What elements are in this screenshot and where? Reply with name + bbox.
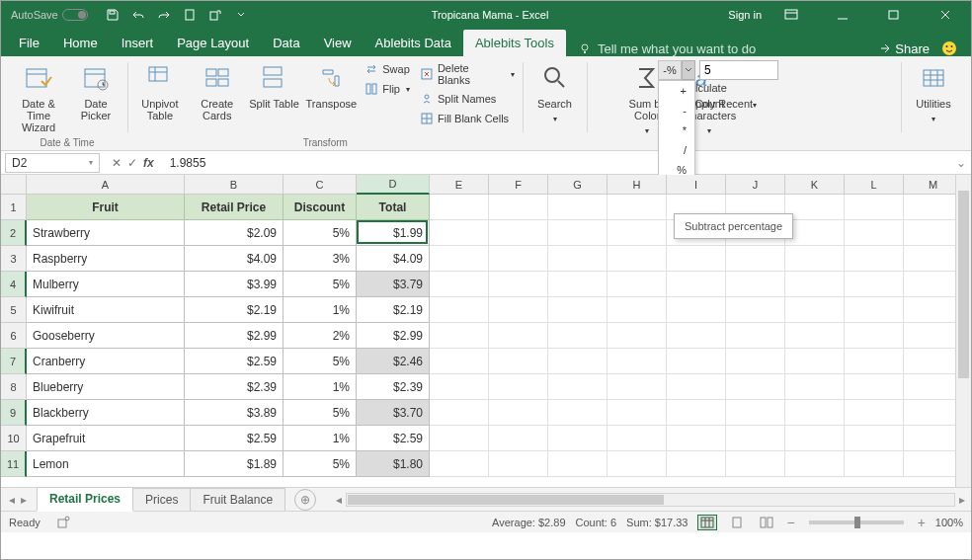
cell[interactable]: [785, 246, 845, 272]
col-header-K[interactable]: K: [785, 175, 845, 195]
cell[interactable]: 5%: [284, 272, 357, 297]
header-cell[interactable]: Retail Price: [185, 195, 284, 220]
sheet-tab-fruit-balance[interactable]: Fruit Balance: [190, 488, 285, 511]
cell[interactable]: [489, 195, 548, 220]
zoom-in-button[interactable]: +: [918, 515, 926, 530]
emoji-icon[interactable]: [941, 40, 957, 56]
cell[interactable]: [430, 349, 489, 374]
col-header-J[interactable]: J: [726, 175, 785, 195]
fill-blank-cells-button[interactable]: Fill Blank Cells: [418, 110, 517, 127]
cell[interactable]: [667, 426, 726, 451]
col-header-A[interactable]: A: [27, 175, 185, 195]
fx-icon[interactable]: fx: [143, 156, 154, 170]
cell[interactable]: 5%: [284, 451, 357, 477]
cell[interactable]: 5%: [284, 349, 357, 374]
new-file-icon[interactable]: [179, 4, 201, 26]
view-page-layout-icon[interactable]: [727, 515, 747, 530]
enter-formula-icon[interactable]: ✓: [127, 156, 137, 170]
cancel-formula-icon[interactable]: ✕: [112, 156, 122, 170]
cell[interactable]: [489, 323, 548, 349]
row-header-2[interactable]: 2: [1, 220, 27, 246]
zoom-slider[interactable]: [809, 520, 904, 524]
row-header-10[interactable]: 10: [1, 426, 27, 451]
cell[interactable]: $1.80: [357, 451, 430, 477]
cell[interactable]: [726, 374, 785, 400]
cell[interactable]: [548, 349, 608, 374]
menu-page-layout[interactable]: Page Layout: [165, 30, 261, 56]
cell[interactable]: [904, 426, 963, 451]
cell[interactable]: [726, 451, 785, 477]
cell[interactable]: [548, 451, 608, 477]
cell[interactable]: $3.89: [185, 400, 284, 426]
unpivot-table-button[interactable]: Unpivot Table: [134, 60, 186, 121]
cell[interactable]: [904, 195, 963, 220]
undo-icon[interactable]: [127, 4, 149, 26]
cell[interactable]: 3%: [284, 246, 357, 272]
menu-home[interactable]: Home: [51, 30, 110, 56]
cell[interactable]: Gooseberry: [27, 323, 185, 349]
search-button[interactable]: Search ▾: [529, 60, 581, 125]
col-header-G[interactable]: G: [548, 175, 608, 195]
row-header-6[interactable]: 6: [1, 323, 27, 349]
formula-bar-expand-icon[interactable]: ⌄: [951, 156, 971, 170]
cell[interactable]: [845, 297, 904, 323]
split-table-button[interactable]: Split Table: [249, 60, 300, 110]
delete-blanks-button[interactable]: Delete Blanks▾: [418, 60, 517, 88]
cell[interactable]: [430, 195, 489, 220]
share-button[interactable]: Share: [877, 41, 930, 56]
cell[interactable]: [845, 195, 904, 220]
zoom-out-button[interactable]: −: [786, 515, 794, 530]
menu-ablebits-tools[interactable]: Ablebits Tools: [463, 30, 566, 56]
cell[interactable]: [904, 451, 963, 477]
cell[interactable]: Grapefruit: [27, 426, 185, 451]
cell[interactable]: [904, 323, 963, 349]
cell[interactable]: [608, 426, 667, 451]
cell[interactable]: [667, 272, 726, 297]
cell[interactable]: $2.39: [185, 374, 284, 400]
col-header-I[interactable]: I: [667, 175, 726, 195]
cell[interactable]: $4.09: [185, 246, 284, 272]
cell[interactable]: $2.99: [357, 323, 430, 349]
calc-op-div[interactable]: /: [659, 140, 694, 160]
sign-in-link[interactable]: Sign in: [728, 9, 762, 21]
cell[interactable]: [726, 323, 785, 349]
cell[interactable]: [608, 451, 667, 477]
cell[interactable]: [667, 297, 726, 323]
cell[interactable]: [785, 323, 845, 349]
autosave-toggle-icon[interactable]: [62, 9, 88, 21]
cell[interactable]: [845, 246, 904, 272]
header-cell[interactable]: Fruit: [27, 195, 185, 220]
cell[interactable]: [667, 400, 726, 426]
name-box[interactable]: D2 ▾: [5, 153, 100, 173]
cell[interactable]: 1%: [284, 426, 357, 451]
redo-icon[interactable]: [153, 4, 175, 26]
cell[interactable]: [608, 246, 667, 272]
cell[interactable]: [845, 400, 904, 426]
apply-recent-label-partial[interactable]: pply Recent▾: [695, 96, 757, 112]
tell-me-search[interactable]: Tell me what you want to do: [578, 41, 756, 56]
hscroll-thumb[interactable]: [348, 495, 664, 505]
cell[interactable]: [785, 374, 845, 400]
row-header-7[interactable]: 7: [1, 349, 27, 374]
cell[interactable]: [845, 374, 904, 400]
cell[interactable]: [785, 451, 845, 477]
select-all-corner[interactable]: [1, 175, 27, 195]
cell[interactable]: [904, 374, 963, 400]
utilities-button[interactable]: Utilities ▾: [908, 60, 959, 125]
tab-nav-next[interactable]: ▸: [19, 493, 29, 507]
zoom-slider-thumb[interactable]: [854, 517, 860, 528]
cell[interactable]: [904, 220, 963, 246]
cell[interactable]: [430, 374, 489, 400]
create-cards-button[interactable]: Create Cards: [192, 60, 243, 121]
cell[interactable]: Strawberry: [27, 220, 185, 246]
export-icon[interactable]: [204, 4, 226, 26]
minimize-icon[interactable]: [821, 1, 864, 29]
calc-op-mult[interactable]: *: [659, 120, 694, 140]
col-header-D[interactable]: D: [357, 175, 430, 195]
row-header-8[interactable]: 8: [1, 374, 27, 400]
cell[interactable]: [489, 272, 548, 297]
cell[interactable]: Raspberry: [27, 246, 185, 272]
cell[interactable]: [785, 195, 845, 220]
cell[interactable]: $4.09: [357, 246, 430, 272]
cell[interactable]: [904, 400, 963, 426]
